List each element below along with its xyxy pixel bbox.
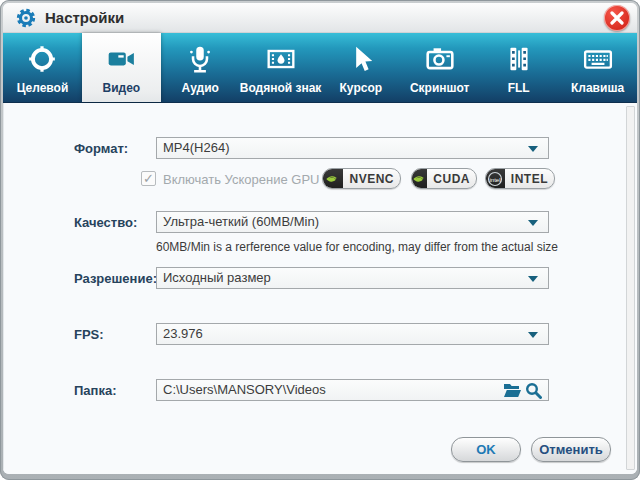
tab-video[interactable]: Видео <box>82 33 161 102</box>
video-settings-panel: Формат: MP4(H264) ✓ Включать Ускорение G… <box>3 103 637 474</box>
quality-label: Качество: <box>74 215 137 230</box>
gpu-checkbox[interactable]: ✓ <box>141 171 156 186</box>
tab-target[interactable]: Целевой <box>3 33 82 102</box>
settings-window: Настройки Целевой <box>3 3 637 474</box>
format-value: MP4(H264) <box>163 140 229 155</box>
quality-value: Ультра-четкий (60MB/Min) <box>163 214 319 229</box>
intel-logo-icon: intel <box>486 168 505 189</box>
tab-label: FLL <box>508 81 530 95</box>
tab-label: Клавиша <box>571 81 624 95</box>
close-button[interactable] <box>604 5 630 31</box>
tab-watermark[interactable]: Водяной знак <box>240 33 322 102</box>
ok-button[interactable]: OK <box>451 437 521 462</box>
window-title: Настройки <box>45 3 124 33</box>
svg-text:intel: intel <box>490 176 501 182</box>
cursor-icon <box>346 44 376 74</box>
camera-icon <box>425 44 455 74</box>
video-camera-icon <box>106 44 136 74</box>
gpu-label: Включать Ускорение GPU <box>163 172 319 187</box>
window-frame: Настройки Целевой <box>0 0 640 480</box>
keyboard-icon <box>583 44 613 74</box>
tab-bar: Целевой Видео Аудио <box>3 33 637 103</box>
badge-label: CUDA <box>427 172 476 186</box>
intel-badge: intel INTEL <box>485 168 555 189</box>
gear-icon <box>15 7 37 29</box>
close-icon <box>610 11 624 25</box>
nvidia-logo-icon <box>323 168 343 189</box>
tab-label: Видео <box>103 81 141 95</box>
tab-label: Курсор <box>340 81 383 95</box>
badge-label: INTEL <box>505 172 554 186</box>
open-folder-icon[interactable] <box>503 382 522 405</box>
target-icon <box>27 44 57 74</box>
cuda-badge: CUDA <box>411 168 477 189</box>
tab-fll[interactable]: FLL <box>479 33 558 102</box>
tab-screenshot[interactable]: Скриншот <box>400 33 479 102</box>
check-icon: ✓ <box>143 171 154 186</box>
tab-hotkey[interactable]: Клавиша <box>558 33 637 102</box>
nvenc-badge: NVENC <box>322 168 401 189</box>
watermark-icon <box>266 44 296 74</box>
tab-audio[interactable]: Аудио <box>161 33 240 102</box>
microphone-icon <box>185 44 215 74</box>
title-bar[interactable]: Настройки <box>3 3 637 33</box>
format-label: Формат: <box>74 141 128 156</box>
cancel-button[interactable]: Отменить <box>531 437 611 462</box>
fps-value: 23.976 <box>163 326 203 341</box>
resolution-value: Исходный размер <box>163 270 271 285</box>
resolution-dropdown[interactable]: Исходный размер <box>156 267 549 289</box>
folder-path-value: C:\Users\MANSORY\Videos <box>163 382 326 397</box>
film-strip-icon <box>504 44 534 74</box>
badge-label: NVENC <box>343 172 400 186</box>
quality-note: 60MB/Min is a rerference value for encod… <box>156 240 558 254</box>
chevron-down-icon <box>528 332 538 338</box>
folder-path-field[interactable]: C:\Users\MANSORY\Videos <box>156 379 549 401</box>
quality-dropdown[interactable]: Ультра-четкий (60MB/Min) <box>156 211 549 233</box>
chevron-down-icon <box>528 146 538 152</box>
tab-label: Аудио <box>182 81 219 95</box>
fps-label: FPS: <box>74 327 104 342</box>
chevron-down-icon <box>528 276 538 282</box>
tab-label: Целевой <box>17 81 69 95</box>
format-dropdown[interactable]: MP4(H264) <box>156 137 549 159</box>
tab-label: Скриншот <box>410 81 470 95</box>
tab-cursor[interactable]: Курсор <box>321 33 400 102</box>
tab-label: Водяной знак <box>240 81 322 95</box>
fps-dropdown[interactable]: 23.976 <box>156 323 549 345</box>
resolution-label: Разрешение: <box>74 271 157 286</box>
nvidia-logo-icon <box>412 168 427 189</box>
scrollbar[interactable] <box>626 106 635 470</box>
gpu-row: ✓ Включать Ускорение GPU NVENC <box>4 171 637 193</box>
chevron-down-icon <box>528 220 538 226</box>
folder-label: Папка: <box>74 383 117 398</box>
search-icon[interactable] <box>525 382 542 405</box>
